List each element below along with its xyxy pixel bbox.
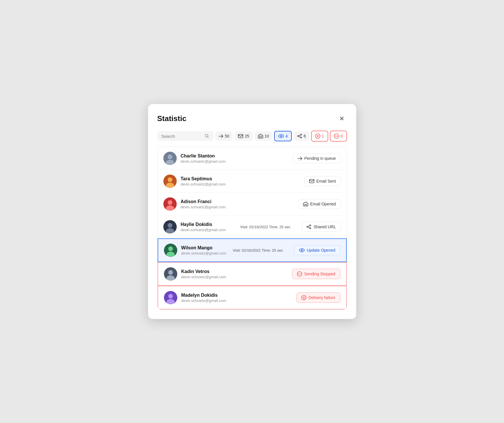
user-email: devin.schvartz@gmail.com (181, 159, 289, 164)
user-info: Haylie Dokidis devin.schvartz@gmail.com (181, 222, 229, 232)
avatar (163, 220, 177, 233)
svg-point-16 (168, 200, 172, 205)
eye-status-icon (299, 248, 305, 252)
avatar (163, 152, 177, 165)
user-info: Tara Septimus devin.schvartz@gmail.com (181, 176, 300, 186)
close-button[interactable] (337, 113, 347, 124)
search-box (157, 131, 213, 141)
user-name: Madelyn Dokidis (181, 293, 292, 298)
svg-point-33 (168, 294, 173, 298)
user-name: Charlie Stanton (181, 153, 289, 159)
user-name: Kadin Vetros (181, 269, 288, 274)
user-info: Charlie Stanton devin.schvartz@gmail.com (181, 153, 289, 164)
user-email: devin.schvartz@gmail.com (181, 251, 222, 255)
contact-list: Charlie Stanton devin.schvartz@gmail.com… (157, 147, 347, 310)
filter-update-opened[interactable]: 4 (274, 131, 292, 141)
list-item: Charlie Stanton devin.schvartz@gmail.com… (158, 147, 347, 170)
share-icon (297, 134, 302, 138)
filter-sent[interactable]: 25 (235, 131, 253, 141)
status-label: Shared URL (313, 225, 336, 229)
avatar-image (164, 267, 177, 281)
status-badge: Delivery failure (296, 292, 340, 303)
shared-count: 6 (304, 134, 306, 138)
svg-point-19 (168, 223, 172, 228)
mail-opened-icon (303, 202, 308, 206)
status-label: Email Sent (316, 179, 336, 183)
toolbar: 50 25 10 4 (157, 131, 347, 142)
svg-point-12 (168, 177, 172, 182)
send-icon (219, 134, 224, 138)
user-email: devin.schvartz@gmail.com (181, 228, 229, 232)
status-label: Update Opened (307, 248, 335, 253)
stopped-status-icon (297, 271, 302, 277)
user-info: Wilson Mango devin.schvartz@gmail.com (181, 245, 222, 255)
list-item: Wilson Mango devin.schvartz@gmail.com Vi… (158, 238, 347, 262)
user-info: Madelyn Dokidis devin.schvartz@gmail.com (181, 293, 292, 303)
user-name: Tara Septimus (181, 176, 300, 181)
status-label: Pending in queue (304, 156, 336, 161)
svg-point-29 (168, 270, 173, 275)
svg-rect-1 (238, 134, 243, 138)
stopped-icon (334, 133, 339, 139)
opened-count: 10 (265, 134, 269, 138)
list-item: Tara Septimus devin.schvartz@gmail.com E… (158, 170, 347, 193)
svg-point-2 (280, 136, 282, 137)
pending-icon (298, 156, 302, 161)
list-item: Kadin Vetros devin.schvartz@gmail.com Se… (158, 262, 347, 286)
filter-shared[interactable]: 6 (293, 131, 309, 141)
modal-title: Statistic (157, 114, 187, 123)
mail-open-icon (258, 134, 263, 138)
update-opened-count: 4 (285, 134, 288, 138)
svg-point-9 (168, 155, 172, 159)
avatar-image (163, 220, 177, 233)
user-name: Wilson Mango (181, 245, 222, 251)
avatar-image (164, 291, 177, 304)
status-badge: Pending in queue (293, 153, 341, 163)
visit-info: Visit: 02/16/2022 Time: 25 sec (233, 248, 283, 253)
search-icon (205, 133, 209, 139)
user-email: devin.schvartz@gmail.com (181, 182, 300, 186)
avatar (163, 175, 177, 188)
filter-failure[interactable]: 1 (311, 131, 328, 142)
search-input[interactable] (161, 134, 203, 139)
avatar-image (163, 197, 177, 211)
mail-sent-icon (309, 179, 314, 183)
close-icon (339, 116, 345, 121)
visit-info: Visit: 02/16/2022 Time: 25 sec (240, 225, 291, 229)
status-label: Sending Stopped (304, 272, 335, 276)
user-email: devin.schvartz@gmail.com (181, 205, 294, 209)
status-label: Delivery failure (309, 295, 335, 300)
filter-opened[interactable]: 10 (254, 131, 273, 141)
list-item: Adison Franci devin.schvartz@gmail.com E… (158, 193, 347, 216)
sent-count: 25 (245, 134, 249, 138)
avatar-image (163, 175, 177, 188)
avatar-image (164, 244, 177, 257)
failure-count: 1 (322, 134, 324, 138)
avatar (163, 197, 177, 211)
user-info: Kadin Vetros devin.schvartz@gmail.com (181, 269, 288, 279)
pending-count: 50 (225, 134, 230, 138)
filter-stopped[interactable]: 0 (330, 131, 347, 142)
user-name: Adison Franci (181, 199, 294, 204)
avatar (164, 244, 177, 257)
user-email: devin.schvartz@gmail.com (181, 298, 292, 303)
svg-rect-14 (309, 179, 314, 183)
svg-point-25 (168, 246, 173, 251)
avatar-image (163, 152, 177, 165)
list-item: Haylie Dokidis devin.schvartz@gmail.com … (158, 216, 347, 238)
user-name: Haylie Dokidis (181, 222, 229, 227)
avatar (164, 291, 177, 304)
failure-status-icon (301, 295, 307, 300)
stopped-count: 0 (341, 134, 343, 138)
user-email: devin.schvartz@gmail.com (181, 275, 288, 279)
status-badge: Update Opened (294, 245, 340, 255)
status-label: Email Opened (310, 202, 336, 206)
mail-icon (238, 134, 243, 138)
status-badge: Sending Stopped (292, 269, 340, 279)
status-badge: Email Opened (298, 199, 341, 209)
filter-pending[interactable]: 50 (215, 131, 233, 141)
svg-point-27 (301, 250, 302, 251)
list-item: Madelyn Dokidis devin.schvartz@gmail.com… (158, 286, 347, 309)
status-badge: Shared URL (301, 222, 341, 232)
modal-header: Statistic (157, 113, 347, 124)
